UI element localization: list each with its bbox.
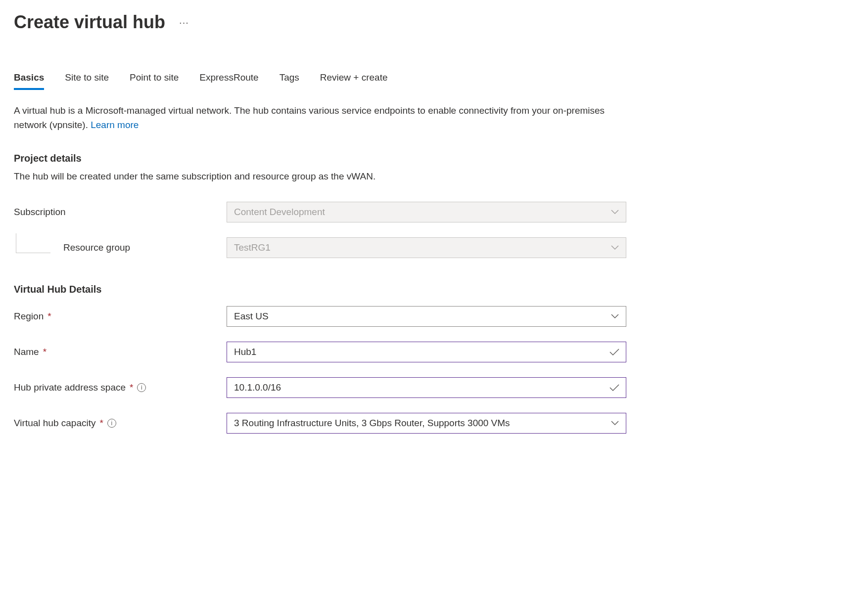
chevron-down-icon <box>611 421 619 426</box>
tab-site-to-site[interactable]: Site to site <box>65 72 109 90</box>
capacity-value: 3 Routing Infrastructure Units, 3 Gbps R… <box>234 418 510 429</box>
required-star-icon: * <box>47 311 51 322</box>
chevron-down-icon <box>611 314 619 319</box>
tabs-bar: Basics Site to site Point to site Expres… <box>14 72 827 90</box>
chevron-down-icon <box>611 245 619 250</box>
checkmark-icon <box>609 384 620 392</box>
address-space-value: 10.1.0.0/16 <box>234 382 281 393</box>
more-icon[interactable]: ··· <box>179 17 189 28</box>
resource-group-select: TestRG1 <box>227 237 626 258</box>
chevron-down-icon <box>611 210 619 215</box>
learn-more-link[interactable]: Learn more <box>91 120 139 130</box>
name-value: Hub1 <box>234 347 256 357</box>
region-select[interactable]: East US <box>227 306 626 327</box>
subscription-label: Subscription <box>14 207 66 218</box>
capacity-select[interactable]: 3 Routing Infrastructure Units, 3 Gbps R… <box>227 413 626 434</box>
info-icon[interactable]: i <box>107 419 116 428</box>
address-space-input[interactable]: 10.1.0.0/16 <box>227 377 626 398</box>
subscription-select: Content Development <box>227 202 626 222</box>
tab-point-to-site[interactable]: Point to site <box>130 72 179 90</box>
name-input[interactable]: Hub1 <box>227 342 626 362</box>
region-value: East US <box>234 311 269 322</box>
tree-connector <box>16 233 50 253</box>
tab-tags[interactable]: Tags <box>280 72 299 90</box>
tab-review-create[interactable]: Review + create <box>320 72 388 90</box>
subscription-value: Content Development <box>234 207 325 218</box>
info-icon[interactable]: i <box>137 383 146 392</box>
capacity-label: Virtual hub capacity <box>14 418 95 429</box>
required-star-icon: * <box>43 347 47 357</box>
description-text: A virtual hub is a Microsoft-managed vir… <box>14 104 637 132</box>
hub-details-heading: Virtual Hub Details <box>14 284 827 295</box>
page-title: Create virtual hub <box>14 12 165 33</box>
required-star-icon: * <box>99 418 103 429</box>
tab-basics[interactable]: Basics <box>14 72 44 90</box>
address-space-label: Hub private address space <box>14 382 126 393</box>
project-details-subtext: The hub will be created under the same s… <box>14 171 827 182</box>
tab-expressroute[interactable]: ExpressRoute <box>199 72 258 90</box>
resource-group-value: TestRG1 <box>234 242 271 253</box>
checkmark-icon <box>609 348 620 356</box>
region-label: Region <box>14 311 44 322</box>
name-label: Name <box>14 347 39 357</box>
required-star-icon: * <box>130 382 133 393</box>
resource-group-label: Resource group <box>63 242 130 253</box>
project-details-heading: Project details <box>14 153 827 164</box>
